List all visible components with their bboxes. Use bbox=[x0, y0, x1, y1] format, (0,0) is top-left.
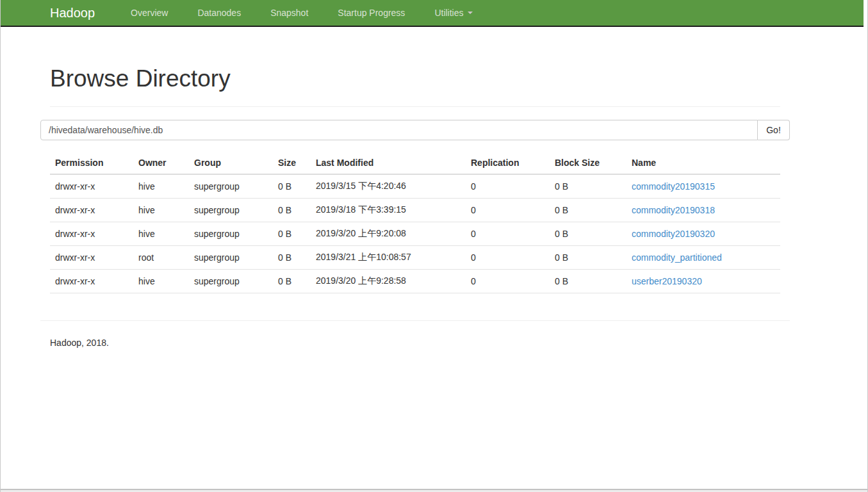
cell-replication: 0 bbox=[466, 246, 550, 270]
cell-replication: 0 bbox=[466, 199, 550, 222]
cell-size: 0 B bbox=[273, 199, 311, 222]
cell-block-size: 0 B bbox=[550, 199, 626, 222]
cell-size: 0 B bbox=[273, 222, 311, 246]
table-row: drwxr-xr-xhivesupergroup0 B2019/3/15 下午4… bbox=[50, 174, 780, 199]
cell-block-size: 0 B bbox=[550, 222, 626, 246]
chevron-down-icon bbox=[468, 12, 473, 14]
main-content: Browse Directory Go! Permission Owner Gr… bbox=[40, 65, 790, 348]
title-divider bbox=[50, 106, 780, 107]
directory-link[interactable]: commodity20190318 bbox=[632, 205, 715, 215]
cell-name: userber20190320 bbox=[626, 270, 780, 293]
footer-divider bbox=[40, 320, 790, 321]
page-title: Browse Directory bbox=[50, 65, 780, 92]
col-header-last-modified: Last Modified bbox=[311, 152, 466, 174]
cell-last-modified: 2019/3/18 下午3:39:15 bbox=[311, 199, 466, 222]
col-header-group: Group bbox=[189, 152, 273, 174]
cell-replication: 0 bbox=[466, 222, 550, 246]
col-header-permission: Permission bbox=[50, 152, 133, 174]
cell-size: 0 B bbox=[273, 174, 311, 199]
cell-name: commodity20190320 bbox=[626, 222, 780, 246]
cell-permission: drwxr-xr-x bbox=[50, 199, 133, 222]
table-row: drwxr-xr-xrootsupergroup0 B2019/3/21 上午1… bbox=[50, 246, 780, 270]
cell-owner: hive bbox=[133, 222, 189, 246]
window-bottom-edge bbox=[1, 489, 867, 492]
directory-link[interactable]: commodity20190320 bbox=[632, 229, 715, 239]
col-header-name: Name bbox=[626, 152, 780, 174]
table-row: drwxr-xr-xhivesupergroup0 B2019/3/18 下午3… bbox=[50, 199, 780, 222]
cell-block-size: 0 B bbox=[550, 174, 626, 199]
cell-block-size: 0 B bbox=[550, 270, 626, 293]
directory-path-group: Go! bbox=[40, 120, 790, 140]
cell-name: commodity_partitioned bbox=[626, 246, 780, 270]
cell-permission: drwxr-xr-x bbox=[50, 246, 133, 270]
footer-text: Hadoop, 2018. bbox=[50, 338, 780, 348]
cell-permission: drwxr-xr-x bbox=[50, 270, 133, 293]
cell-group: supergroup bbox=[189, 270, 273, 293]
cell-permission: drwxr-xr-x bbox=[50, 222, 133, 246]
cell-last-modified: 2019/3/21 上午10:08:57 bbox=[311, 246, 466, 270]
col-header-size: Size bbox=[273, 152, 311, 174]
nav-item-datanodes[interactable]: Datanodes bbox=[187, 8, 251, 18]
browser-window: Hadoop Overview Datanodes Snapshot Start… bbox=[0, 0, 868, 492]
col-header-owner: Owner bbox=[133, 152, 189, 174]
cell-last-modified: 2019/3/20 上午9:28:58 bbox=[311, 270, 466, 293]
navbar-menu: Overview Datanodes Snapshot Startup Prog… bbox=[120, 0, 491, 26]
col-header-replication: Replication bbox=[466, 152, 550, 174]
nav-item-snapshot[interactable]: Snapshot bbox=[260, 8, 318, 18]
navbar: Hadoop Overview Datanodes Snapshot Start… bbox=[1, 0, 864, 27]
nav-item-utilities-label: Utilities bbox=[434, 8, 463, 18]
directory-link[interactable]: userber20190320 bbox=[632, 276, 702, 286]
table-row: drwxr-xr-xhivesupergroup0 B2019/3/20 上午9… bbox=[50, 270, 780, 293]
cell-name: commodity20190315 bbox=[626, 174, 780, 199]
cell-owner: hive bbox=[133, 199, 189, 222]
cell-owner: root bbox=[133, 246, 189, 270]
col-header-block-size: Block Size bbox=[550, 152, 626, 174]
nav-item-overview[interactable]: Overview bbox=[120, 8, 178, 18]
directory-link[interactable]: commodity20190315 bbox=[632, 181, 715, 192]
cell-size: 0 B bbox=[273, 270, 311, 293]
directory-path-input[interactable] bbox=[40, 120, 758, 140]
cell-block-size: 0 B bbox=[550, 246, 626, 270]
cell-group: supergroup bbox=[189, 199, 273, 222]
navbar-brand[interactable]: Hadoop bbox=[50, 6, 95, 20]
directory-link[interactable]: commodity_partitioned bbox=[632, 252, 722, 263]
cell-owner: hive bbox=[133, 174, 189, 199]
cell-last-modified: 2019/3/15 下午4:20:46 bbox=[311, 174, 466, 199]
cell-owner: hive bbox=[133, 270, 189, 293]
cell-permission: drwxr-xr-x bbox=[50, 174, 133, 199]
table-header-row: Permission Owner Group Size Last Modifie… bbox=[50, 152, 780, 174]
go-button[interactable]: Go! bbox=[758, 120, 790, 140]
table-row: drwxr-xr-xhivesupergroup0 B2019/3/20 上午9… bbox=[50, 222, 780, 246]
cell-replication: 0 bbox=[466, 174, 550, 199]
cell-last-modified: 2019/3/20 上午9:20:08 bbox=[311, 222, 466, 246]
cell-group: supergroup bbox=[189, 246, 273, 270]
nav-item-startup-progress[interactable]: Startup Progress bbox=[327, 8, 415, 18]
cell-group: supergroup bbox=[189, 174, 273, 199]
cell-group: supergroup bbox=[189, 222, 273, 246]
nav-item-utilities[interactable]: Utilities bbox=[424, 8, 482, 18]
cell-name: commodity20190318 bbox=[626, 199, 780, 222]
directory-listing-table: Permission Owner Group Size Last Modifie… bbox=[50, 152, 780, 293]
cell-replication: 0 bbox=[466, 270, 550, 293]
cell-size: 0 B bbox=[273, 246, 311, 270]
